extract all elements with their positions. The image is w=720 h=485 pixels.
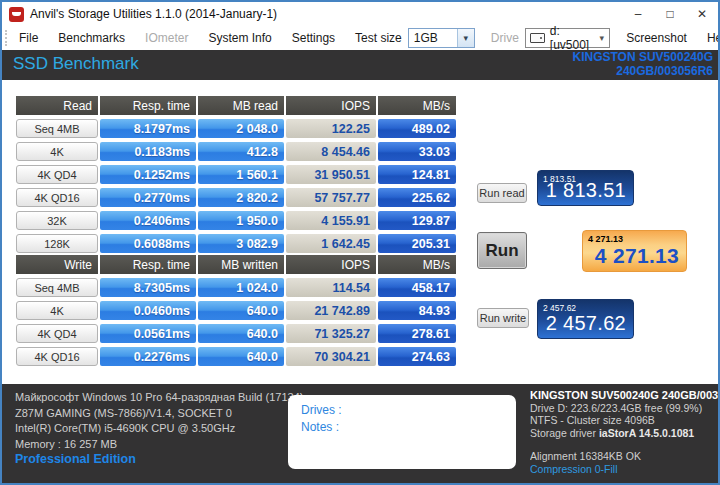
- drive-select[interactable]: d: [uv500] ▾: [525, 28, 610, 48]
- write-row-label-button[interactable]: 4K: [16, 301, 98, 320]
- write-row-label-button[interactable]: 4K QD16: [16, 347, 98, 366]
- menu-help[interactable]: Help: [699, 31, 720, 45]
- window-title: Anvil's Storage Utilities 1.1.0 (2014-Ja…: [30, 7, 277, 21]
- toolbar-grip: [5, 30, 7, 46]
- device-model: KINGSTON SUV500240G 240GB/003056R6: [572, 51, 713, 78]
- drive-label: Drive: [483, 31, 521, 45]
- total-score-box: 4 271.13 4 271.13: [582, 230, 687, 272]
- test-size-value: 1GB: [409, 31, 457, 45]
- write-header-resp-time: Resp. time: [100, 255, 196, 274]
- mb-read-cell: 2 820.2: [198, 188, 284, 207]
- system-info: Майкрософт Windows 10 Pro 64-разрядная B…: [15, 390, 303, 452]
- mbs-cell: 84.93: [378, 301, 456, 320]
- read-header-mbs: MB/s: [378, 96, 456, 115]
- read-header-mb-read: MB read: [198, 96, 284, 115]
- mbs-cell: 489.02: [378, 119, 456, 138]
- read-table: Read Resp. time MB read IOPS MB/s Seq 4M…: [16, 96, 456, 253]
- menu-iometer: IOmeter: [137, 31, 196, 45]
- chevron-down-icon[interactable]: ▾: [457, 29, 474, 47]
- mb-read-cell: 2 048.0: [198, 119, 284, 138]
- motherboard-info: Z87M GAMING (MS-7866)/V1.4, SOCKET 0: [15, 406, 303, 422]
- mbs-cell: 124.81: [378, 165, 456, 184]
- storage-driver: Storage driver iaStorA 14.5.0.1081: [530, 427, 718, 440]
- iops-cell: 71 325.27: [286, 324, 376, 343]
- alignment-info: Alignment 16384KB OK: [530, 450, 718, 463]
- footer-panel: Майкрософт Windows 10 Pro 64-разрядная B…: [2, 384, 718, 483]
- resp-time-cell: 0.1183ms: [100, 142, 196, 161]
- app-icon: [9, 7, 24, 22]
- compression-link[interactable]: Compression 0-Fill: [530, 463, 718, 476]
- iops-cell: 8 454.46: [286, 142, 376, 161]
- resp-time-cell: 0.2276ms: [100, 347, 196, 366]
- drive-icon: [530, 33, 545, 43]
- menu-system-info[interactable]: System Info: [200, 31, 279, 45]
- iops-cell: 70 304.21: [286, 347, 376, 366]
- menu-file[interactable]: File: [11, 31, 46, 45]
- run-write-button[interactable]: Run write: [477, 308, 529, 328]
- write-row-label-button[interactable]: Seq 4MB: [16, 278, 98, 297]
- resp-time-cell: 0.1252ms: [100, 165, 196, 184]
- read-header-label: Read: [16, 96, 98, 115]
- write-score-box: 2 457.62 2 457.62: [537, 299, 634, 339]
- write-header-label: Write: [16, 255, 98, 274]
- iops-cell: 57 757.77: [286, 188, 376, 207]
- mb-written-cell: 1 024.0: [198, 278, 284, 297]
- test-size-label: Test size: [347, 31, 404, 45]
- read-header-iops: IOPS: [286, 96, 376, 115]
- os-info: Майкрософт Windows 10 Pro 64-разрядная B…: [15, 390, 303, 406]
- menu-settings[interactable]: Settings: [284, 31, 343, 45]
- write-header-mb-written: MB written: [198, 255, 284, 274]
- mb-read-cell: 1 950.0: [198, 211, 284, 230]
- read-header-resp-time: Resp. time: [100, 96, 196, 115]
- iops-cell: 114.54: [286, 278, 376, 297]
- drive-filesystem: NTFS - Cluster size 4096B: [530, 414, 718, 427]
- menu-benchmarks[interactable]: Benchmarks: [50, 31, 133, 45]
- mb-read-cell: 412.8: [198, 142, 284, 161]
- page-title: SSD Benchmark: [13, 54, 139, 74]
- total-score-value: 4 271.13: [595, 244, 679, 268]
- edition-label: Professional Edition: [15, 452, 136, 466]
- drive-details: KINGSTON SUV500240G 240GB/003056R6 Drive…: [530, 389, 718, 475]
- iops-cell: 21 742.89: [286, 301, 376, 320]
- iops-cell: 1 642.45: [286, 234, 376, 253]
- minimize-button[interactable]: –: [622, 2, 654, 26]
- resp-time-cell: 0.0460ms: [100, 301, 196, 320]
- app-window: Anvil's Storage Utilities 1.1.0 (2014-Ja…: [0, 0, 720, 485]
- write-score-value: 2 457.62: [546, 312, 626, 335]
- resp-time-cell: 0.6088ms: [100, 234, 196, 253]
- mb-written-cell: 640.0: [198, 301, 284, 320]
- device-model-line1: KINGSTON SUV500240G: [572, 51, 713, 65]
- menubar: File Benchmarks IOmeter System Info Sett…: [2, 26, 718, 50]
- drive-capacity: Drive D: 223.6/223.4GB free (99.9%): [530, 402, 718, 415]
- resp-time-cell: 0.2770ms: [100, 188, 196, 207]
- read-score-value: 1 813.51: [546, 179, 626, 202]
- menu-screenshot[interactable]: Screenshot: [618, 31, 695, 45]
- read-row-label-button[interactable]: 32K: [16, 211, 98, 230]
- mbs-cell: 33.03: [378, 142, 456, 161]
- iops-cell: 31 950.51: [286, 165, 376, 184]
- storage-driver-version: iaStorA 14.5.0.1081: [599, 427, 694, 439]
- run-button[interactable]: Run: [477, 232, 527, 269]
- read-row-label-button[interactable]: 4K QD16: [16, 188, 98, 207]
- drive-model: KINGSTON SUV500240G 240GB/003056R6: [530, 389, 718, 402]
- write-row-label-button[interactable]: 4K QD4: [16, 324, 98, 343]
- maximize-button[interactable]: □: [654, 2, 686, 26]
- iops-cell: 4 155.91: [286, 211, 376, 230]
- write-header-iops: IOPS: [286, 255, 376, 274]
- mbs-cell: 129.87: [378, 211, 456, 230]
- notes-label: Notes :: [301, 419, 516, 436]
- write-table: Write Resp. time MB written IOPS MB/s Se…: [16, 255, 456, 366]
- mbs-cell: 458.17: [378, 278, 456, 297]
- test-size-select[interactable]: 1GB ▾: [408, 28, 475, 48]
- resp-time-cell: 0.0561ms: [100, 324, 196, 343]
- close-button[interactable]: ✕: [686, 2, 718, 26]
- mbs-cell: 278.61: [378, 324, 456, 343]
- read-row-label-button[interactable]: 4K QD4: [16, 165, 98, 184]
- titlebar: Anvil's Storage Utilities 1.1.0 (2014-Ja…: [2, 2, 718, 26]
- notes-box[interactable]: Drives : Notes :: [288, 395, 516, 469]
- read-row-label-button[interactable]: 4K: [16, 142, 98, 161]
- mb-written-cell: 640.0: [198, 347, 284, 366]
- run-read-button[interactable]: Run read: [477, 183, 527, 203]
- read-row-label-button[interactable]: 128K: [16, 234, 98, 253]
- read-row-label-button[interactable]: Seq 4MB: [16, 119, 98, 138]
